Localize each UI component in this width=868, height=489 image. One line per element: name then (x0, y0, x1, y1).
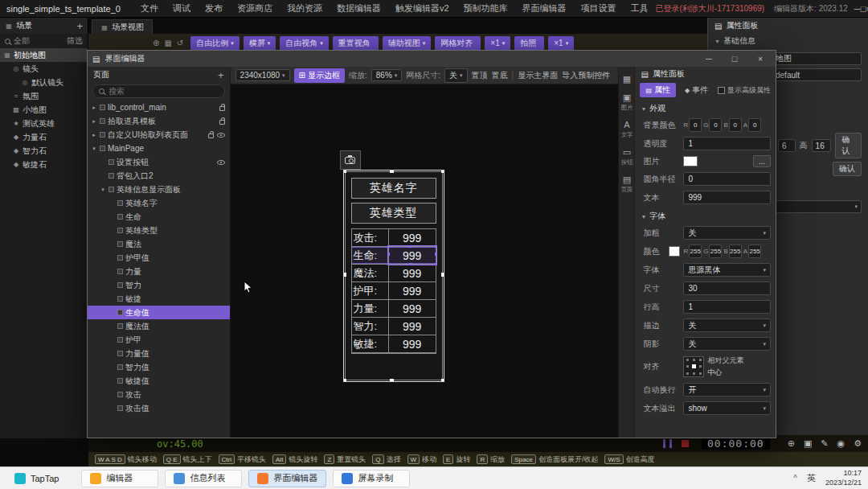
page-tree-item[interactable]: 生命值 (88, 306, 230, 319)
show-border-toggle[interactable]: ⊞ 显示边框 (294, 68, 345, 83)
page-tree-item[interactable]: ▸ lib_control_main (88, 101, 230, 114)
record-stop-button[interactable] (682, 440, 689, 447)
scene-tree-item[interactable]: ≈ 氛围 (0, 89, 88, 103)
hero-info-panel[interactable]: 英雄名字英雄类型 攻击: 999 (345, 171, 443, 380)
stat-value[interactable]: 999 (389, 300, 436, 317)
bring-to-front-button[interactable]: 置顶 (472, 70, 488, 81)
page-tree-item[interactable]: 力量 (88, 265, 230, 278)
default-field[interactable]: default (772, 68, 862, 81)
channel-input[interactable]: 255 (748, 244, 761, 258)
stat-row[interactable]: 力量: 999 (352, 300, 436, 318)
channel-input[interactable]: 255 (689, 244, 702, 258)
stat-value[interactable]: 999 (389, 335, 436, 352)
height-field[interactable]: 16 (812, 139, 832, 152)
scene-view-tab[interactable]: ▦ 场景视图 (92, 19, 153, 35)
minimize-button[interactable]: ─ (698, 54, 719, 64)
ui-editor-titlebar[interactable]: ▤ 界面编辑器 ─ □ × (88, 51, 776, 67)
line-height-input[interactable]: 1 (683, 300, 771, 314)
section-font[interactable]: ▼ 字体 (635, 207, 776, 224)
scene-toolbar-button[interactable]: 自由比例 ▾ (190, 36, 240, 51)
map-field[interactable]: 地图 (772, 52, 862, 65)
stat-row[interactable]: 护甲: 999 (352, 282, 436, 300)
page-tree-item[interactable]: 攻击值 (88, 401, 230, 415)
widget-tool[interactable]: ▤ 页面 (620, 175, 633, 194)
page-tree-item[interactable]: 生命 (88, 210, 230, 224)
wrap-dropdown[interactable]: 开▾ (683, 383, 771, 397)
timeline-tool-icon[interactable]: ✎ (821, 438, 828, 449)
scene-toolbar-button[interactable]: ×1 ▾ (485, 36, 510, 51)
scene-tool-icon[interactable]: ↺ (177, 39, 183, 47)
confirm-button[interactable]: 确认 (835, 133, 862, 158)
shadow-dropdown[interactable]: 关▾ (683, 337, 771, 351)
maximize-button[interactable]: □ (861, 4, 866, 14)
page-tree-item[interactable]: 敏捷值 (88, 374, 230, 388)
advanced-properties-checkbox[interactable]: 显示高级属性 (718, 85, 771, 96)
font-size-input[interactable]: 30 (683, 281, 771, 295)
hero-header-box[interactable]: 英雄类型 (351, 203, 436, 224)
scene-toolbar-button[interactable]: 拍照 (514, 36, 544, 51)
menu-item[interactable]: 我的资源 (280, 2, 330, 14)
bold-dropdown[interactable]: 关▾ (683, 226, 771, 240)
pause-button[interactable] (663, 439, 672, 448)
page-tree-item[interactable]: 力量值 (88, 347, 230, 360)
channel-input[interactable]: 0 (729, 118, 742, 132)
page-tree-item[interactable]: 魔法值 (88, 319, 230, 333)
image-more-button[interactable]: ... (753, 155, 771, 167)
stat-row[interactable]: 智力: 999 (352, 318, 436, 335)
taskbar-ui-editor[interactable]: 界面编辑器 (248, 470, 326, 487)
channel-input[interactable]: 255 (729, 244, 742, 258)
taskbar-info-list[interactable]: 信息列表 (165, 470, 242, 487)
taskbar-screen-record[interactable]: 屏幕录制 (333, 470, 410, 487)
show-main-ui-button[interactable]: 显示主界面 (518, 70, 558, 81)
page-tree-item[interactable]: 智力 (88, 278, 230, 292)
scene-toolbar-button[interactable]: 重置视角 (333, 36, 379, 51)
page-tree-item[interactable]: 护甲值 (88, 251, 230, 265)
timeline-tool-icon[interactable]: ⊕ (788, 438, 795, 449)
page-tree-item[interactable]: ▸ 拾取道具模板 (88, 114, 230, 128)
scene-tree-item[interactable]: ◎ 镜头 (0, 62, 88, 76)
close-button[interactable]: × (750, 54, 771, 64)
page-tree-item[interactable]: 背包入口2 (88, 169, 230, 183)
scene-tree-item[interactable]: ★ 测试英雄 (0, 117, 88, 130)
menu-item[interactable]: 工具 (624, 2, 656, 14)
scene-tree-item[interactable]: ◆ 力量石 (0, 130, 88, 144)
page-tree-item[interactable]: 智力值 (88, 360, 230, 374)
minimize-button[interactable]: ─ (854, 4, 861, 14)
radius-input[interactable]: 0 (683, 172, 771, 186)
page-tree-item[interactable]: 护甲 (88, 333, 230, 347)
tab-attributes[interactable]: ▤ 属性 (640, 83, 676, 97)
scene-search[interactable]: 全部 筛选 (0, 34, 88, 48)
scene-tool-icon[interactable]: ▦ (164, 39, 171, 47)
stat-row[interactable]: 魔法: 999 (352, 265, 436, 282)
menu-item[interactable]: 界面编辑器 (515, 2, 574, 14)
font-color-swatch[interactable] (669, 246, 680, 257)
timeline-tool-icon[interactable]: ▣ (804, 438, 812, 449)
add-scene-button[interactable]: + (76, 20, 83, 32)
page-tree-item[interactable]: 敏捷 (88, 292, 230, 306)
menu-item[interactable]: 数据编辑器 (330, 2, 388, 14)
align-center-value[interactable]: 中心 (707, 368, 743, 378)
channel-input[interactable]: 255 (709, 244, 722, 258)
taskbar-editor[interactable]: 编辑器 (81, 470, 158, 487)
menu-item[interactable]: 文件 (133, 2, 166, 14)
stat-value[interactable]: 999 (389, 247, 436, 264)
scene-toolbar-button[interactable]: ×1 ▾ (548, 36, 574, 51)
ui-canvas[interactable]: 英雄名字英雄类型 攻击: 999 (231, 84, 619, 438)
pages-search-input[interactable]: 搜索 (92, 84, 225, 98)
hero-header-box[interactable]: 英雄名字 (351, 178, 436, 199)
font-family-dropdown[interactable]: 思源黑体▾ (683, 263, 771, 277)
confirm-button-2[interactable]: 确认 (833, 162, 862, 176)
send-to-back-button[interactable]: 置底 (492, 70, 508, 81)
section-appearance[interactable]: ▼ 外观 (635, 99, 776, 116)
stat-row[interactable]: 攻击: 999 (352, 229, 436, 247)
canvas-camera-button[interactable] (340, 150, 361, 170)
page-tree-item[interactable]: ▾ 英雄信息显示面板 (88, 183, 230, 196)
scene-tree-item[interactable]: ▩ 小地图 (0, 103, 88, 117)
resolution-dropdown[interactable]: 2340x1080 ▾ (235, 69, 290, 81)
menu-item[interactable]: 调试 (166, 2, 198, 14)
channel-input[interactable]: 0 (689, 118, 702, 132)
menu-item[interactable]: 预制功能库 (457, 2, 515, 14)
add-page-button[interactable]: + (218, 69, 224, 81)
page-tree-item[interactable]: 攻击 (88, 388, 230, 401)
page-tree-item[interactable]: 魔法 (88, 237, 230, 251)
